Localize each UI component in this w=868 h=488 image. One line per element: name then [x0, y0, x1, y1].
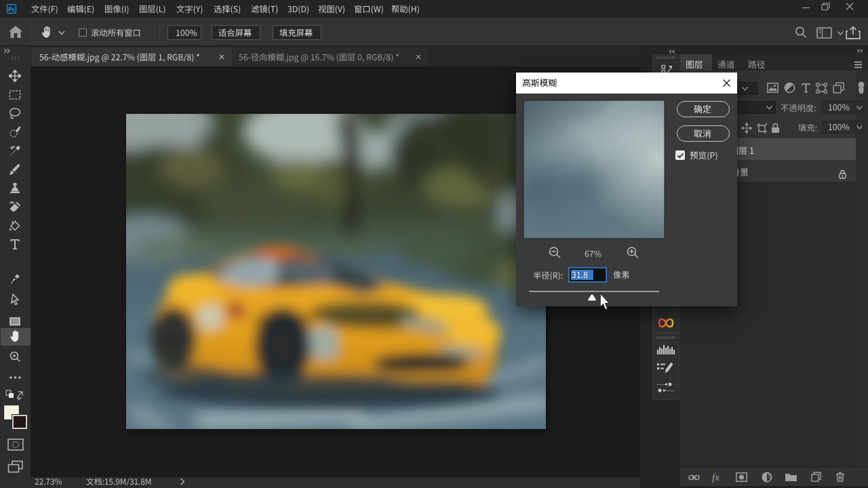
svg-text:fx: fx [712, 472, 719, 483]
